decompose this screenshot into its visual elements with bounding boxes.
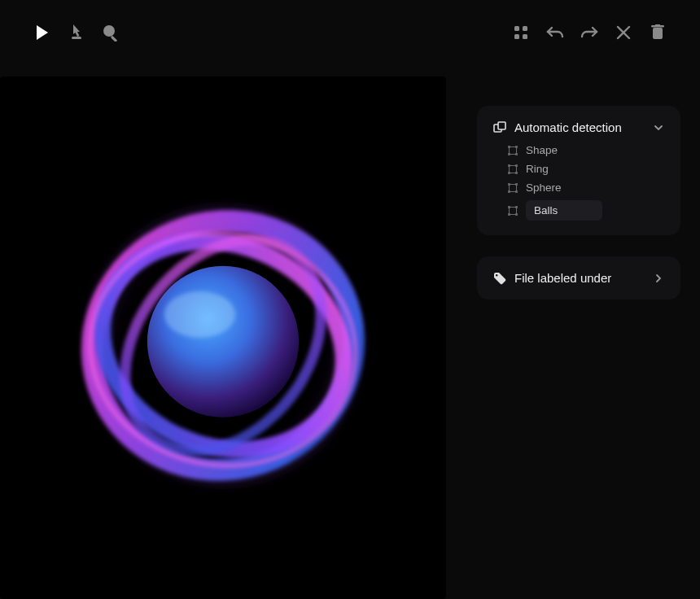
automatic-detection-header[interactable]: Automatic detection	[493, 120, 664, 134]
svg-point-26	[515, 164, 518, 167]
bbox-icon	[508, 183, 518, 193]
svg-rect-3	[514, 26, 519, 31]
detection-item-label: Sphere	[526, 181, 562, 194]
play-icon[interactable]	[33, 23, 52, 42]
chevron-right-icon	[653, 273, 664, 284]
redo-icon[interactable]	[580, 23, 599, 42]
automatic-detection-card: Automatic detection Shape	[477, 106, 680, 235]
svg-rect-24	[510, 165, 517, 173]
bbox-icon	[508, 146, 518, 155]
grid-icon[interactable]	[511, 23, 531, 42]
bbox-icon	[508, 206, 518, 216]
svg-rect-34	[510, 207, 517, 214]
automatic-detection-title: Automatic detection	[514, 120, 645, 134]
svg-point-25	[508, 164, 510, 167]
toolbar-right-group	[511, 23, 667, 42]
sidebar: Automatic detection Shape	[477, 65, 700, 599]
detection-icon	[493, 121, 506, 134]
bbox-icon	[508, 164, 518, 174]
svg-point-22	[508, 153, 510, 155]
svg-rect-9	[655, 24, 660, 26]
svg-rect-0	[72, 37, 81, 39]
svg-point-23	[515, 153, 518, 155]
svg-point-13	[147, 266, 299, 418]
toolbar-left-group	[33, 23, 120, 42]
svg-rect-6	[523, 34, 527, 39]
undo-icon[interactable]	[545, 23, 565, 42]
svg-rect-29	[510, 184, 517, 191]
svg-point-38	[515, 213, 518, 216]
file-labeled-title: File labeled under	[514, 271, 645, 285]
svg-rect-5	[514, 34, 519, 39]
svg-rect-7	[653, 28, 663, 39]
main-area: Automatic detection Shape	[0, 65, 700, 599]
detection-item[interactable]: Sphere	[493, 181, 664, 194]
svg-point-33	[515, 190, 518, 193]
svg-point-20	[508, 146, 510, 148]
trash-icon[interactable]	[648, 23, 667, 42]
file-labeled-header[interactable]: File labeled under	[493, 271, 664, 285]
detection-item-input-row	[493, 200, 664, 221]
svg-point-21	[515, 146, 518, 148]
svg-point-14	[164, 291, 235, 338]
svg-rect-4	[523, 26, 527, 31]
toolbar	[0, 0, 700, 65]
pointer-icon[interactable]	[67, 23, 86, 42]
detection-label-input[interactable]	[526, 200, 602, 221]
svg-point-30	[508, 183, 510, 186]
svg-point-27	[508, 172, 510, 174]
svg-rect-18	[498, 122, 505, 129]
close-icon[interactable]	[614, 23, 633, 42]
tag-icon	[493, 272, 506, 285]
detection-item[interactable]: Ring	[493, 163, 664, 175]
svg-point-35	[508, 206, 510, 208]
svg-point-37	[508, 213, 510, 216]
canvas-panel[interactable]	[0, 77, 446, 599]
svg-rect-19	[510, 146, 517, 154]
svg-rect-2	[111, 36, 118, 42]
detection-item-label: Ring	[526, 163, 549, 175]
svg-point-31	[515, 183, 518, 186]
detection-item-label: Shape	[526, 144, 558, 156]
svg-point-32	[508, 190, 510, 193]
preview-orb	[68, 183, 378, 492]
svg-point-39	[496, 274, 497, 276]
chevron-down-icon	[653, 122, 664, 133]
svg-point-36	[515, 206, 518, 208]
svg-point-1	[103, 25, 115, 37]
detection-list: Shape Ring Sphere	[493, 144, 664, 221]
detection-item[interactable]: Shape	[493, 144, 664, 156]
file-labeled-card: File labeled under	[477, 256, 680, 300]
svg-point-28	[515, 172, 518, 174]
magnifier-icon[interactable]	[101, 23, 120, 42]
